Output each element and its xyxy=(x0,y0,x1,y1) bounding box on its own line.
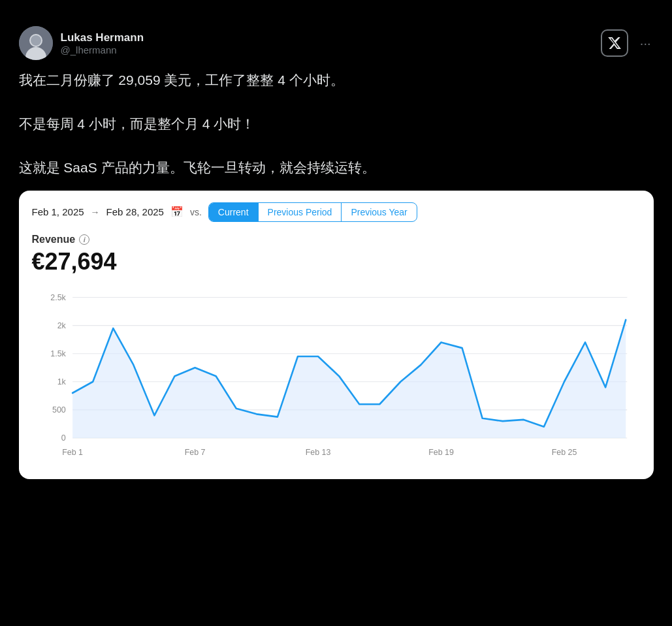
tweet-text: 我在二月份赚了 29,059 美元，工作了整整 4 个小时。 不是每周 4 小时… xyxy=(19,69,654,179)
svg-text:Feb 1: Feb 1 xyxy=(62,448,83,457)
date-end: Feb 28, 2025 xyxy=(106,206,164,217)
revenue-value: €27,694 xyxy=(32,248,641,275)
svg-text:Feb 13: Feb 13 xyxy=(305,448,330,457)
avatar-image xyxy=(19,26,53,60)
revenue-label: Revenue i xyxy=(32,234,641,245)
chart-area: 2.5k 2k 1.5k 1k 500 0 Feb 1 Feb 7 Feb 13… xyxy=(32,283,641,466)
svg-text:2.5k: 2.5k xyxy=(50,293,66,302)
previous-year-button[interactable]: Previous Year xyxy=(342,203,416,221)
tweet-user: Lukas Hermann @_lhermann xyxy=(19,26,144,60)
calendar-icon[interactable]: 📅 xyxy=(170,206,184,218)
chart-date-row: Feb 1, 2025 → Feb 28, 2025 📅 vs. Current… xyxy=(32,202,641,222)
svg-text:Feb 7: Feb 7 xyxy=(184,448,205,457)
svg-text:1k: 1k xyxy=(57,377,66,386)
svg-text:2k: 2k xyxy=(57,321,66,330)
chart-fill-area xyxy=(72,320,626,438)
comparison-buttons: Current Previous Period Previous Year xyxy=(208,202,417,222)
x-logo-button[interactable] xyxy=(601,29,628,57)
tweet-header: Lukas Hermann @_lhermann ··· xyxy=(19,26,654,60)
svg-text:Feb 19: Feb 19 xyxy=(428,448,454,457)
username: @_lhermann xyxy=(61,44,144,55)
chart-card: Feb 1, 2025 → Feb 28, 2025 📅 vs. Current… xyxy=(19,191,654,479)
tweet-card: Lukas Hermann @_lhermann ··· 我在二月份赚了 29,… xyxy=(16,13,656,492)
revenue-chart: 2.5k 2k 1.5k 1k 500 0 Feb 1 Feb 7 Feb 13… xyxy=(32,283,641,466)
date-arrow: → xyxy=(91,207,100,217)
current-button[interactable]: Current xyxy=(209,203,259,221)
user-info: Lukas Hermann @_lhermann xyxy=(61,31,144,55)
avatar xyxy=(19,26,53,60)
date-start: Feb 1, 2025 xyxy=(32,206,84,217)
svg-text:1.5k: 1.5k xyxy=(50,349,66,358)
svg-text:500: 500 xyxy=(52,405,66,415)
svg-text:Feb 25: Feb 25 xyxy=(551,448,577,457)
more-options-button[interactable]: ··· xyxy=(637,33,654,54)
svg-text:0: 0 xyxy=(61,433,65,443)
previous-period-button[interactable]: Previous Period xyxy=(259,203,342,221)
svg-point-3 xyxy=(31,35,41,46)
tweet-actions: ··· xyxy=(601,29,654,57)
info-icon[interactable]: i xyxy=(79,234,89,245)
vs-label: vs. xyxy=(190,207,202,217)
revenue-label-text: Revenue xyxy=(32,234,76,245)
display-name: Lukas Hermann xyxy=(61,31,144,44)
revenue-section: Revenue i €27,694 xyxy=(32,234,641,275)
